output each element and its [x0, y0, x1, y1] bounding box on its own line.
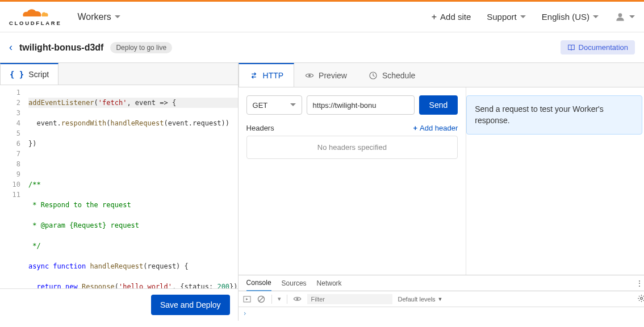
devtools: Console Sources Network ⋮ ▾ Default leve…: [239, 275, 644, 321]
caret-down-icon: [520, 15, 526, 21]
info-box: Send a request to test your Worker's res…: [466, 95, 642, 135]
user-icon: [614, 11, 626, 23]
caret-down-icon: [593, 15, 599, 21]
svg-point-0: [618, 13, 622, 17]
clear-console-icon[interactable]: [257, 295, 266, 303]
script-tab[interactable]: { } Script: [0, 63, 58, 85]
tab-schedule[interactable]: Schedule: [358, 63, 426, 87]
svg-point-6: [296, 298, 298, 300]
log-levels-dropdown[interactable]: Default levels ▼: [398, 296, 443, 303]
context-dropdown[interactable]: ▾: [278, 295, 281, 303]
caret-down-icon: [115, 15, 120, 21]
caret-down-icon: [629, 15, 635, 21]
http-icon: [249, 71, 258, 80]
url-input[interactable]: [307, 95, 415, 115]
preview-pane: HTTP Preview Schedule GET Send: [238, 63, 644, 321]
svg-point-7: [641, 297, 643, 300]
eye-icon: [305, 71, 314, 80]
toggle-drawer-icon[interactable]: [243, 295, 252, 303]
plus-icon: +: [413, 124, 417, 132]
add-site-button[interactable]: + Add site: [432, 12, 471, 22]
plus-icon: +: [432, 12, 437, 22]
sub-header: ‹ twilight-bonus-d3df Deploy to go live …: [0, 32, 644, 62]
console-filter-input[interactable]: [307, 294, 392, 304]
cloudflare-logo[interactable]: CLOUDFLARE: [9, 7, 61, 26]
svg-point-1: [308, 74, 311, 77]
documentation-link[interactable]: Documentation: [561, 40, 635, 54]
clock-icon: [369, 71, 378, 80]
user-menu[interactable]: [614, 11, 635, 23]
brand-text: CLOUDFLARE: [9, 20, 61, 26]
language-dropdown[interactable]: English (US): [542, 12, 599, 22]
code-editor[interactable]: 1234567891011 addEventListener('fetch', …: [0, 85, 238, 314]
main-header: CLOUDFLARE Workers + Add site Support En…: [0, 2, 644, 32]
devtools-tab-console[interactable]: Console: [246, 275, 271, 291]
tab-preview[interactable]: Preview: [294, 63, 358, 87]
deploy-badge[interactable]: Deploy to go live: [110, 42, 172, 53]
http-method-select[interactable]: GET: [246, 95, 302, 115]
right-tab-bar: HTTP Preview Schedule: [239, 63, 644, 87]
workers-dropdown[interactable]: Workers: [77, 12, 120, 22]
devtools-more-icon[interactable]: ⋮: [633, 276, 644, 290]
caret-down-icon: [290, 103, 296, 109]
book-icon: [567, 44, 575, 52]
editor-pane: { } Script 1234567891011 addEventListene…: [0, 63, 238, 321]
devtools-settings-icon[interactable]: [637, 294, 644, 304]
braces-icon: { }: [10, 70, 24, 79]
devtools-tab-network[interactable]: Network: [317, 276, 342, 291]
support-dropdown[interactable]: Support: [487, 12, 526, 22]
line-gutter: 1234567891011: [0, 85, 28, 314]
console-prompt[interactable]: ›: [239, 307, 644, 321]
worker-name: twilight-bonus-d3df: [19, 43, 103, 53]
back-button[interactable]: ‹: [9, 41, 12, 53]
tab-http[interactable]: HTTP: [239, 63, 295, 87]
code-content[interactable]: addEventListener('fetch', event => { eve…: [28, 85, 238, 314]
live-expression-icon[interactable]: [293, 295, 302, 303]
send-button[interactable]: Send: [419, 95, 458, 115]
svg-line-5: [259, 297, 264, 301]
no-headers-message: No headers specified: [246, 136, 458, 159]
headers-label: Headers: [246, 124, 274, 132]
devtools-tab-sources[interactable]: Sources: [282, 276, 307, 291]
request-panel: GET Send Headers + Add header No headers…: [239, 87, 467, 275]
add-header-button[interactable]: + Add header: [413, 124, 458, 132]
save-deploy-button[interactable]: Save and Deploy: [151, 295, 230, 315]
